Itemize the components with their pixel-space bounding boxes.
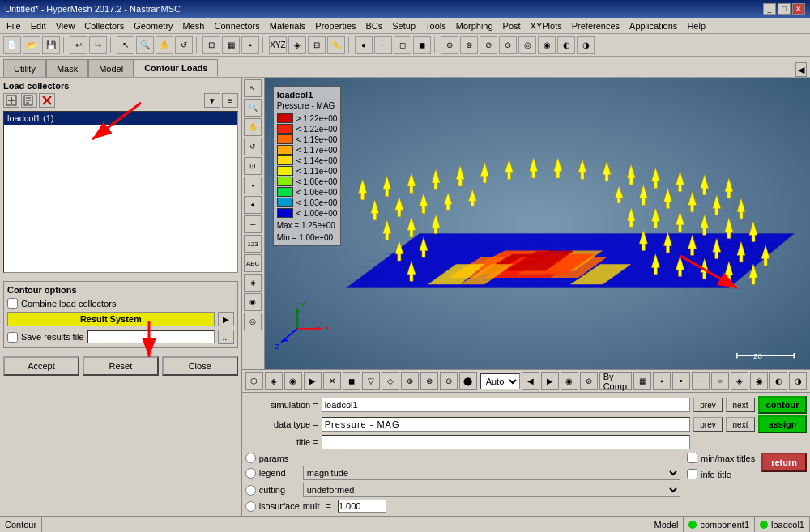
body-button[interactable]: ◼ (413, 36, 431, 54)
cutting-radio[interactable] (245, 485, 256, 496)
vt-tool1[interactable]: ◈ (244, 274, 262, 292)
save-results-input[interactable] (87, 330, 215, 343)
vbt-btn-4[interactable]: ▶ (304, 372, 322, 390)
vbt-btn-23[interactable]: ◑ (789, 372, 807, 390)
redo-button[interactable]: ↪ (89, 36, 107, 54)
next-button-1[interactable]: next (726, 398, 755, 412)
vbt-btn-10[interactable]: ⊗ (420, 372, 438, 390)
open-button[interactable]: 📂 (23, 36, 40, 54)
menu-tools[interactable]: Tools (420, 19, 451, 32)
vbt-btn-left[interactable]: ◀ (522, 372, 539, 390)
reset-button[interactable]: Reset (83, 356, 159, 376)
menu-preferences[interactable]: Preferences (567, 19, 625, 32)
create-collector-button[interactable] (3, 93, 19, 108)
tool7-button[interactable]: ◐ (557, 36, 575, 54)
isosurface-radio[interactable] (245, 501, 256, 512)
menu-file[interactable]: File (2, 19, 26, 32)
vbt-btn-20[interactable]: ◈ (731, 372, 748, 390)
vt-label[interactable]: 123 (244, 235, 262, 253)
maximize-button[interactable]: □ (778, 3, 791, 15)
vbt-btn-19[interactable]: ○ (711, 372, 729, 390)
legend-radio[interactable] (245, 468, 256, 479)
view-button[interactable]: ◈ (288, 36, 306, 54)
result-system-button[interactable]: Result System (7, 312, 215, 326)
vt-fit[interactable]: ⊡ (244, 157, 262, 175)
node-button[interactable]: ● (355, 36, 373, 54)
viewport-3d[interactable]: Model Info: Untitled* loadcol1 Pressure … (265, 78, 810, 369)
tab-model[interactable]: Model (88, 59, 134, 77)
menu-help[interactable]: Help (682, 19, 710, 32)
new-button[interactable]: 📄 (3, 36, 21, 54)
mult-value[interactable] (338, 500, 386, 513)
menu-morphing[interactable]: Morphing (451, 19, 498, 32)
list-item[interactable]: loadcol1 (1) (4, 112, 237, 125)
prev-button-2[interactable]: prev (693, 417, 723, 432)
accept-button[interactable]: Accept (3, 356, 79, 376)
vbt-btn-16[interactable]: ▪ (653, 372, 671, 390)
vbt-btn-18[interactable]: · (692, 372, 710, 390)
panel-collapse-button[interactable]: ◀ (795, 62, 807, 77)
fit-button[interactable]: ⊡ (202, 36, 220, 54)
select-button[interactable]: ↖ (117, 36, 134, 54)
vbt-btn-right[interactable]: ▶ (541, 372, 559, 390)
assign-button[interactable]: assign (758, 415, 807, 433)
tool3-button[interactable]: ⊘ (480, 36, 497, 54)
minmax-checkbox[interactable] (687, 453, 697, 463)
save-results-checkbox[interactable] (7, 332, 18, 343)
vbt-btn-21[interactable]: ◉ (750, 372, 768, 390)
cutting-select[interactable]: undeformed (303, 483, 680, 497)
menu-edit[interactable]: Edit (26, 19, 51, 32)
combine-checkbox[interactable] (7, 298, 18, 309)
vbt-btn-14[interactable]: ⊘ (580, 372, 598, 390)
edge-button[interactable]: ─ (374, 36, 392, 54)
zoom-button[interactable]: 🔍 (136, 36, 154, 54)
vbt-btn-5[interactable]: ✕ (323, 372, 341, 390)
vt-abc[interactable]: ABC (244, 254, 262, 272)
menu-materials[interactable]: Materials (265, 19, 311, 32)
vbt-btn-15[interactable]: ▦ (633, 372, 651, 390)
vt-tool2[interactable]: ◉ (244, 293, 262, 311)
vbt-btn-6[interactable]: ◼ (343, 372, 360, 390)
menu-properties[interactable]: Properties (310, 19, 360, 32)
tab-contour-loads[interactable]: Contour Loads (134, 59, 218, 77)
vt-tool3[interactable]: ◎ (244, 313, 262, 330)
menu-mesh[interactable]: Mesh (178, 19, 210, 32)
params-radio[interactable] (245, 453, 256, 463)
measure-button[interactable]: 📏 (327, 36, 345, 54)
section-button[interactable]: ⊟ (308, 36, 326, 54)
auto-select[interactable]: Auto (480, 373, 520, 389)
by-comp-label[interactable]: By Comp (599, 372, 632, 390)
menu-setup[interactable]: Setup (387, 19, 420, 32)
vt-pan[interactable]: ✋ (244, 118, 262, 136)
infotitle-checkbox[interactable] (687, 469, 697, 479)
vt-node[interactable]: ● (244, 196, 262, 214)
load-collectors-list[interactable]: loadcol1 (1) (3, 111, 238, 273)
vbt-btn-9[interactable]: ⊕ (401, 372, 419, 390)
result-system-options-button[interactable]: ▶ (218, 312, 234, 326)
vbt-btn-13[interactable]: ◉ (561, 372, 578, 390)
tool2-button[interactable]: ⊗ (460, 36, 478, 54)
tool4-button[interactable]: ⊙ (499, 36, 517, 54)
tool5-button[interactable]: ◎ (518, 36, 536, 54)
tool1-button[interactable]: ⊕ (441, 36, 458, 54)
menu-view[interactable]: View (51, 19, 80, 32)
vt-select[interactable]: ↖ (244, 79, 262, 97)
vt-edge[interactable]: ─ (244, 215, 262, 233)
vbt-btn-7[interactable]: ▽ (362, 372, 380, 390)
contour-button[interactable]: contour (758, 396, 807, 414)
undo-button[interactable]: ↩ (70, 36, 87, 54)
face-button[interactable]: ◻ (394, 36, 411, 54)
menu-connectors[interactable]: Connectors (209, 19, 264, 32)
legend-select[interactable]: magnitude (303, 466, 680, 480)
return-button[interactable]: return (761, 453, 807, 472)
filter-button[interactable]: ▼ (204, 93, 220, 108)
rotate-button[interactable]: ↺ (175, 36, 193, 54)
next-button-2[interactable]: next (726, 417, 755, 432)
browse-button[interactable]: ... (218, 330, 234, 344)
tool6-button[interactable]: ◉ (538, 36, 556, 54)
menu-xyplots[interactable]: XYPlots (526, 19, 567, 32)
delete-collector-button[interactable] (39, 93, 55, 108)
vt-zoom[interactable]: 🔍 (244, 99, 262, 117)
menu-post[interactable]: Post (498, 19, 526, 32)
vt-rotate[interactable]: ↺ (244, 138, 262, 155)
